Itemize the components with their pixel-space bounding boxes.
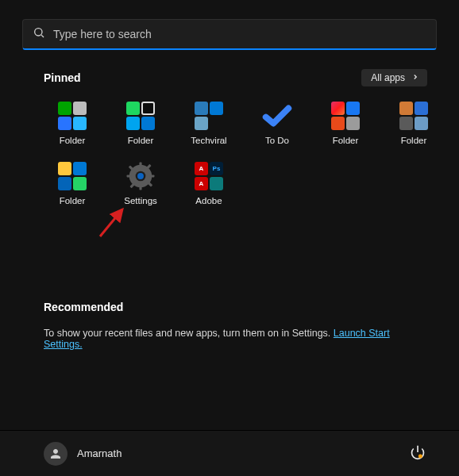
folder-icon <box>125 101 156 131</box>
pinned-tile-settings[interactable]: Settings <box>112 161 169 205</box>
folder-icon <box>57 101 87 131</box>
tile-label: Folder <box>60 136 86 145</box>
pinned-tile-folder[interactable]: Folder <box>44 101 101 145</box>
tile-label: Folder <box>60 196 86 205</box>
avatar <box>44 442 68 466</box>
tile-label: Settings <box>124 196 157 205</box>
tile-label: Techviral <box>191 136 226 145</box>
svg-rect-5 <box>139 163 141 167</box>
search-icon <box>33 26 45 42</box>
all-apps-label: All apps <box>371 72 405 83</box>
tile-label: Folder <box>333 136 359 145</box>
folder-icon <box>330 101 361 131</box>
checkmark-icon <box>262 101 292 131</box>
pinned-heading: Pinned <box>44 71 81 84</box>
pinned-tile-folder[interactable]: Folder <box>44 161 101 205</box>
tile-label: Adobe <box>195 196 222 205</box>
pinned-tile-techviral[interactable]: Techviral <box>180 101 237 145</box>
recommended-message: To show your recent files and new apps, … <box>44 328 334 339</box>
svg-line-1 <box>41 35 44 37</box>
pinned-tile-folder[interactable]: Folder <box>112 101 169 145</box>
folder-icon <box>57 161 87 191</box>
tile-label: Folder <box>128 136 154 145</box>
svg-point-0 <box>35 29 42 36</box>
search-input[interactable] <box>52 27 426 41</box>
power-button[interactable] <box>410 444 426 463</box>
username-label: Amarnath <box>77 447 122 459</box>
adobe-folder-icon: APsA <box>194 161 224 191</box>
techviral-icon <box>194 101 224 131</box>
pinned-tile-folder[interactable]: Folder <box>317 101 374 145</box>
tile-label: Folder <box>401 136 427 145</box>
recommended-heading: Recommended <box>44 301 415 313</box>
user-account-button[interactable]: Amarnath <box>44 442 122 466</box>
start-footer: Amarnath <box>0 430 459 476</box>
chevron-right-icon <box>411 72 419 83</box>
pinned-tile-todo[interactable]: To Do <box>249 101 306 145</box>
annotation-arrow <box>95 202 135 244</box>
search-box[interactable] <box>22 19 437 50</box>
all-apps-button[interactable]: All apps <box>361 69 427 86</box>
pinned-grid: Folder Folder Techviral To Do Folder <box>44 101 427 205</box>
gear-icon <box>125 161 156 191</box>
pinned-tile-adobe[interactable]: APsA Adobe <box>180 161 237 205</box>
svg-point-4 <box>137 173 144 179</box>
pinned-tile-folder[interactable]: Folder <box>385 101 442 145</box>
svg-line-13 <box>100 209 122 236</box>
svg-point-15 <box>418 454 422 458</box>
svg-rect-7 <box>127 175 132 177</box>
folder-icon <box>399 101 429 131</box>
svg-rect-8 <box>149 175 154 177</box>
recommended-text: To show your recent files and new apps, … <box>44 328 415 350</box>
svg-rect-6 <box>139 185 141 190</box>
tile-label: To Do <box>265 136 289 145</box>
